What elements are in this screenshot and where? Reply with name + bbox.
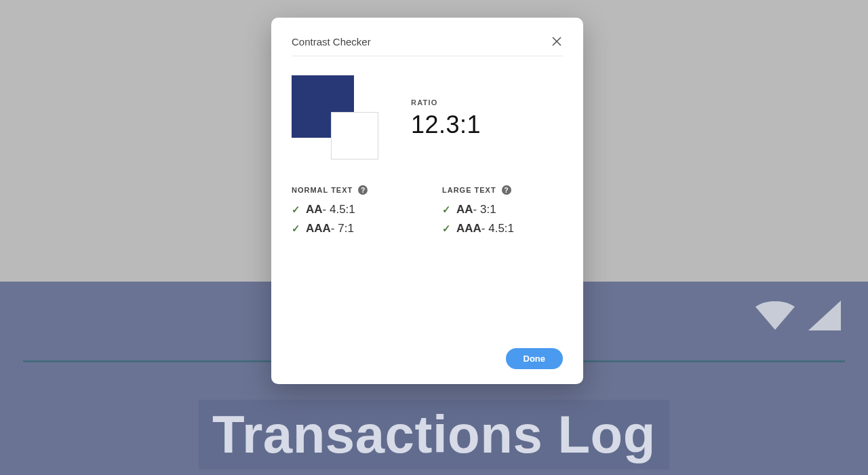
help-icon[interactable]: ? bbox=[502, 185, 511, 195]
dialog-footer: Done bbox=[292, 348, 563, 369]
help-icon[interactable]: ? bbox=[358, 185, 368, 195]
large-text-column: LARGE TEXT ? ✓ AA- 3:1 ✓ AAA- 4.5:1 bbox=[442, 185, 563, 241]
check-icon: ✓ bbox=[292, 204, 300, 216]
close-button[interactable] bbox=[551, 35, 563, 48]
column-header-label: LARGE TEXT bbox=[442, 186, 496, 194]
result-line: ✓ AA- 3:1 bbox=[442, 203, 563, 216]
background-page-title: Transactions Log bbox=[199, 400, 669, 470]
wcag-requirement: - 4.5:1 bbox=[481, 222, 514, 235]
column-header-label: NORMAL TEXT bbox=[292, 186, 353, 194]
wcag-level: AA bbox=[456, 203, 473, 216]
close-icon bbox=[552, 37, 561, 46]
dialog-header: Contrast Checker bbox=[292, 35, 563, 56]
contrast-summary-row: RATIO 12.3:1 bbox=[292, 75, 563, 162]
wcag-level: AAA bbox=[306, 222, 331, 235]
cellular-signal-icon bbox=[808, 301, 841, 330]
status-icons bbox=[755, 301, 841, 330]
result-line: ✓ AAA- 4.5:1 bbox=[442, 222, 563, 235]
check-icon: ✓ bbox=[442, 223, 451, 235]
ratio-value: 12.3:1 bbox=[411, 111, 481, 139]
wcag-requirement: - 3:1 bbox=[473, 203, 496, 216]
normal-text-column: NORMAL TEXT ? ✓ AA- 4.5:1 ✓ AAA- 7:1 bbox=[292, 185, 412, 241]
check-icon: ✓ bbox=[442, 204, 451, 216]
dialog-title: Contrast Checker bbox=[292, 36, 371, 48]
wcag-level: AA bbox=[306, 203, 323, 216]
contrast-checker-dialog: Contrast Checker RATIO 12.3:1 NORMAL TEX… bbox=[271, 18, 583, 384]
done-button[interactable]: Done bbox=[506, 348, 564, 369]
results-grid: NORMAL TEXT ? ✓ AA- 4.5:1 ✓ AAA- 7:1 LAR… bbox=[292, 185, 563, 241]
wcag-requirement: - 4.5:1 bbox=[323, 203, 355, 216]
wcag-requirement: - 7:1 bbox=[331, 222, 354, 235]
result-line: ✓ AA- 4.5:1 bbox=[292, 203, 412, 216]
wcag-level: AAA bbox=[456, 222, 481, 235]
check-icon: ✓ bbox=[292, 223, 300, 235]
ratio-label: RATIO bbox=[411, 98, 481, 107]
result-line: ✓ AAA- 7:1 bbox=[292, 222, 412, 235]
swatch-foreground-color[interactable] bbox=[331, 112, 378, 159]
ratio-block: RATIO 12.3:1 bbox=[411, 98, 481, 139]
wifi-icon bbox=[755, 301, 795, 330]
column-header: NORMAL TEXT ? bbox=[292, 185, 412, 195]
color-swatches bbox=[292, 75, 378, 162]
column-header: LARGE TEXT ? bbox=[442, 185, 563, 195]
